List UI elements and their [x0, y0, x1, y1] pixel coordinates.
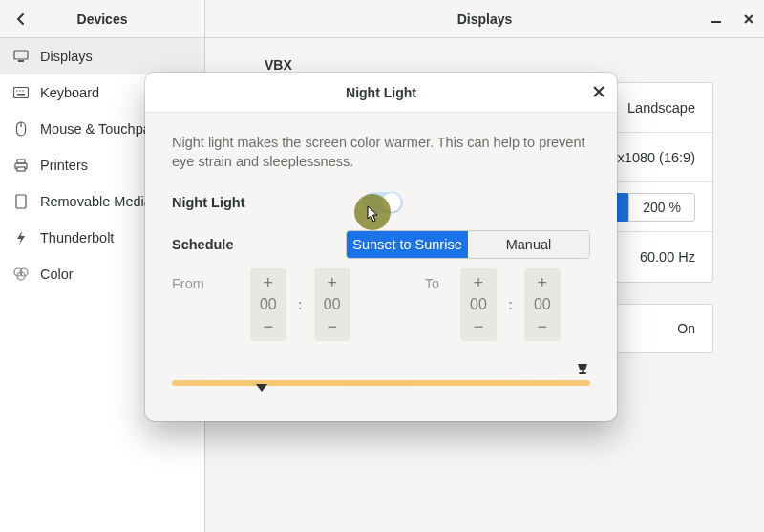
from-label: From [172, 276, 204, 291]
display-icon [13, 49, 29, 64]
title-bar-left: Devices [0, 0, 205, 37]
svg-rect-1 [14, 51, 28, 59]
sidebar-item-label: Displays [40, 49, 93, 64]
from-minute-value[interactable]: 00 [324, 293, 341, 316]
schedule-segmented: Sunset to Sunrise Manual [346, 230, 590, 259]
dialog-close-button[interactable] [593, 84, 605, 101]
lamp-icon [575, 362, 590, 378]
to-hour-up[interactable]: + [460, 272, 497, 293]
night-light-status: On [677, 321, 695, 336]
title-bar-right: Displays [205, 0, 764, 37]
temperature-handle[interactable] [256, 384, 267, 392]
title-bar: Devices Displays [0, 0, 764, 38]
svg-rect-7 [17, 94, 25, 96]
printer-icon [13, 158, 29, 173]
color-icon [13, 266, 29, 282]
schedule-sunset-option[interactable]: Sunset to Sunrise [347, 231, 468, 258]
from-hour-down[interactable]: − [250, 316, 286, 337]
to-minute-value[interactable]: 00 [534, 293, 551, 316]
svg-rect-0 [711, 21, 721, 23]
svg-rect-17 [582, 370, 583, 372]
svg-rect-11 [17, 160, 25, 163]
svg-rect-12 [17, 167, 25, 171]
to-spinners: + 00 − : + 00 − [460, 268, 561, 341]
sidebar-item-label: Removable Media [40, 194, 152, 209]
schedule-label: Schedule [172, 237, 334, 252]
dialog-description: Night light makes the screen color warme… [172, 134, 590, 171]
media-icon [13, 194, 29, 209]
svg-point-5 [19, 90, 20, 91]
to-minute-up[interactable]: + [524, 272, 561, 293]
keyboard-icon [13, 85, 29, 100]
from-time-block: From [172, 276, 204, 291]
from-minute-spinner: + 00 − [314, 268, 350, 341]
svg-point-4 [16, 90, 17, 91]
close-button[interactable] [741, 11, 756, 27]
dialog-title: Night Light [346, 85, 416, 100]
back-button[interactable] [6, 4, 36, 34]
sidebar-item-displays[interactable]: Displays [0, 38, 204, 74]
scale-option-2[interactable]: 200 % [628, 193, 695, 222]
refresh-value: 60.00 Hz [640, 249, 695, 265]
sidebar-item-label: Color [40, 266, 74, 282]
to-hour-spinner: + 00 − [460, 268, 497, 341]
dialog-body: Night light makes the screen color warme… [145, 113, 617, 421]
from-spinners: + 00 − : + 00 − [250, 268, 350, 341]
temperature-track [172, 380, 590, 386]
night-light-toggle[interactable] [363, 192, 403, 213]
dialog-header: Night Light [145, 73, 617, 113]
sidebar-item-label: Thunderbolt [40, 230, 114, 245]
svg-rect-3 [14, 88, 29, 98]
colon: : [508, 297, 513, 312]
to-hour-down[interactable]: − [460, 316, 497, 337]
from-minute-down[interactable]: − [314, 316, 350, 337]
minimize-button[interactable] [709, 11, 724, 27]
mouse-icon [13, 121, 29, 137]
from-hour-spinner: + 00 − [250, 268, 286, 341]
page-title: Displays [205, 11, 764, 27]
schedule-row: Schedule Sunset to Sunrise Manual [172, 230, 590, 259]
thunderbolt-icon [13, 230, 29, 245]
sidebar-item-label: Keyboard [40, 85, 99, 100]
from-hour-up[interactable]: + [250, 272, 286, 293]
monitor-name: VBX [265, 57, 737, 73]
night-light-dialog: Night Light Night light makes the screen… [145, 73, 617, 421]
orientation-value: Landscape [627, 100, 695, 116]
schedule-manual-option[interactable]: Manual [468, 231, 589, 258]
colon: : [298, 297, 303, 312]
from-hour-value[interactable]: 00 [260, 293, 277, 316]
night-light-toggle-row: Night Light [172, 192, 590, 213]
sidebar-item-label: Printers [40, 158, 88, 173]
to-label: To [425, 276, 439, 291]
svg-rect-2 [18, 60, 24, 62]
manual-time-row: From + 00 − : + 00 − To + [172, 276, 590, 341]
svg-rect-18 [579, 372, 586, 374]
to-minute-spinner: + 00 − [524, 268, 561, 341]
night-light-label: Night Light [172, 195, 334, 210]
to-time-block: To [425, 276, 439, 291]
to-minute-down[interactable]: − [524, 316, 561, 337]
from-minute-up[interactable]: + [314, 272, 350, 293]
color-temperature-slider[interactable] [172, 368, 590, 396]
window-controls [709, 11, 756, 27]
svg-rect-13 [16, 195, 26, 208]
to-hour-value[interactable]: 00 [470, 293, 487, 316]
resolution-value: x1080 (16:9) [618, 150, 695, 165]
sidebar-item-label: Mouse & Touchpad [40, 121, 159, 137]
svg-point-6 [22, 90, 23, 91]
